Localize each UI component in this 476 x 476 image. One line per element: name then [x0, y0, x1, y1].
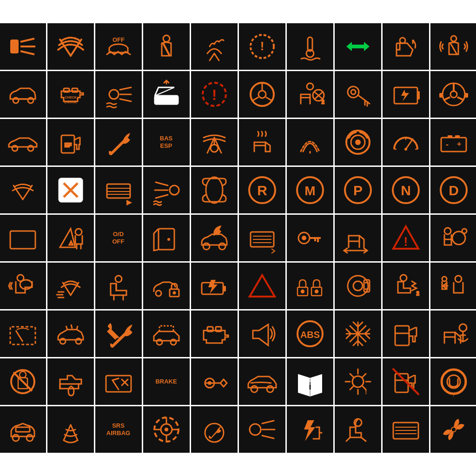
- cell-coolant: [287, 23, 333, 70]
- cell-warning-circle: !: [239, 23, 285, 70]
- cell-srs-airbag: SRSAIRBAG: [95, 406, 142, 453]
- svg-text:ABS: ABS: [300, 330, 319, 340]
- cell-fan: [430, 406, 476, 453]
- cell-wiper-rain: [191, 119, 238, 165]
- svg-line-160: [16, 331, 23, 342]
- cell-seatbelt-vib: [430, 23, 476, 70]
- svg-rect-0: [10, 40, 19, 53]
- svg-text:!: !: [260, 39, 264, 53]
- svg-point-195: [208, 381, 212, 385]
- svg-line-8: [163, 43, 170, 56]
- cell-key-lock: [287, 215, 333, 261]
- cell-brake-lock: [287, 263, 333, 309]
- svg-text:D: D: [449, 183, 459, 198]
- cell-check-engine: CHECK ENGINE: [47, 71, 94, 118]
- svg-line-220: [71, 425, 78, 440]
- od-off-text: O/DOFF: [112, 231, 125, 245]
- svg-point-150: [348, 276, 368, 296]
- svg-text:CHECK: CHECK: [65, 96, 76, 99]
- cell-abs: ABS: [287, 311, 333, 357]
- cell-gear-r: R: [239, 167, 285, 213]
- svg-rect-166: [216, 327, 221, 331]
- svg-rect-78: [448, 135, 452, 138]
- svg-point-155: [400, 275, 407, 281]
- svg-line-206: [363, 374, 366, 377]
- svg-point-217: [26, 435, 33, 441]
- icon-grid: OFF: [0, 22, 476, 454]
- cell-wrench: [95, 119, 142, 165]
- svg-rect-77: [441, 138, 466, 152]
- cell-airbag-off2: 2: [287, 71, 333, 118]
- cell-wiper-front: [0, 167, 46, 213]
- svg-text:ENGINE: ENGINE: [64, 100, 77, 104]
- cell-car-open-top: [143, 311, 190, 357]
- cell-crash-side-r5: [430, 263, 476, 309]
- svg-text:OFF: OFF: [112, 36, 125, 43]
- svg-point-213: [442, 370, 466, 394]
- svg-line-234: [346, 437, 350, 441]
- svg-point-158: [442, 277, 447, 281]
- svg-line-30: [120, 99, 131, 101]
- cell-battery: - +: [430, 119, 476, 165]
- svg-line-232: [262, 436, 274, 438]
- cell-brake-circle: [335, 119, 381, 165]
- cell-speedometer: [383, 119, 429, 165]
- cell-battery-charge: [191, 263, 238, 309]
- svg-point-197: [267, 386, 273, 392]
- cell-car-side: [0, 71, 46, 118]
- svg-point-112: [203, 243, 210, 250]
- svg-point-126: [444, 228, 451, 234]
- cell-headlights2: [239, 406, 285, 453]
- cell-steering-sport: [430, 71, 476, 118]
- cell-wipers2: [47, 406, 94, 453]
- cell-wiper-broken: [95, 358, 142, 405]
- svg-rect-58: [464, 93, 468, 98]
- svg-line-56: [457, 97, 463, 100]
- cell-key2: [191, 358, 238, 405]
- svg-line-235: [361, 437, 366, 441]
- srs-airbag-text: SRSAIRBAG: [106, 422, 130, 436]
- svg-point-228: [205, 423, 224, 442]
- svg-point-223: [165, 428, 168, 431]
- svg-point-113: [219, 243, 225, 250]
- svg-line-92: [156, 182, 168, 185]
- svg-point-142: [173, 292, 175, 294]
- svg-point-95: [206, 177, 223, 203]
- svg-point-73: [404, 148, 407, 151]
- svg-point-71: [355, 139, 361, 145]
- svg-text:▲: ▲: [68, 239, 74, 246]
- cell-disc-brake: [335, 263, 381, 309]
- svg-text:-: -: [446, 140, 449, 149]
- svg-line-19: [450, 43, 457, 54]
- cell-seat-heat: [239, 119, 285, 165]
- cell-wrench2: [95, 311, 142, 357]
- svg-line-94: [156, 195, 168, 198]
- svg-point-46: [351, 90, 356, 94]
- cell-rear-heat: [383, 406, 429, 453]
- svg-point-7: [163, 35, 170, 42]
- cell-headlights: [0, 23, 46, 70]
- cell-fuel2: [383, 311, 429, 357]
- svg-line-55: [444, 97, 450, 100]
- svg-point-119: [302, 236, 306, 240]
- cell-od-off: O/DOFF: [95, 215, 142, 261]
- svg-rect-23: [64, 88, 69, 92]
- svg-marker-145: [250, 275, 275, 297]
- cell-rear-defrost: [95, 167, 142, 213]
- svg-point-140: [156, 291, 161, 296]
- svg-point-17: [400, 38, 405, 43]
- svg-rect-57: [439, 93, 443, 98]
- cell-fog-lights: [95, 71, 142, 118]
- cell-car-top: [191, 167, 238, 213]
- svg-text:P: P: [353, 183, 362, 198]
- cell-arrows-lr: [335, 23, 381, 70]
- cell-wiper-speed: [47, 263, 94, 309]
- svg-line-28: [120, 87, 131, 90]
- cell-no-phone: [0, 358, 46, 405]
- svg-text:2: 2: [322, 99, 324, 105]
- cell-steering-wheel: [239, 71, 285, 118]
- svg-text:N: N: [401, 183, 411, 198]
- svg-text:M: M: [304, 184, 315, 198]
- svg-point-111: [167, 238, 170, 241]
- svg-point-27: [109, 90, 119, 99]
